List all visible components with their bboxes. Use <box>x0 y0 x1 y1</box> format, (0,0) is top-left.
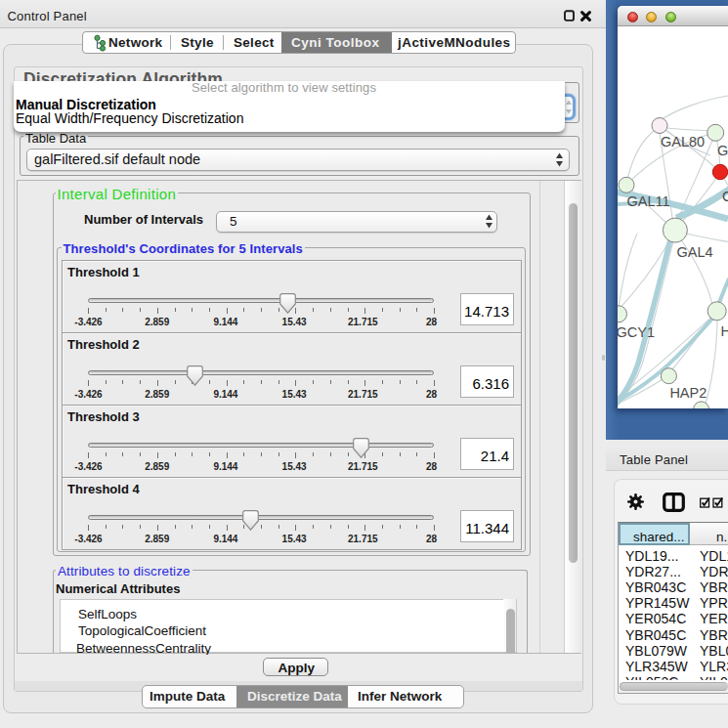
svg-text:GAL4: GAL4 <box>677 244 713 260</box>
svg-text:GAL11: GAL11 <box>627 193 670 209</box>
svg-text:GAL80: GAL80 <box>661 134 705 150</box>
svg-text:C: C <box>722 189 728 204</box>
svg-text:GCY1: GCY1 <box>618 324 655 340</box>
svg-text:HAP2: HAP2 <box>669 385 707 401</box>
svg-text:G.: G. <box>717 143 728 158</box>
svg-text:H: H <box>721 323 728 339</box>
